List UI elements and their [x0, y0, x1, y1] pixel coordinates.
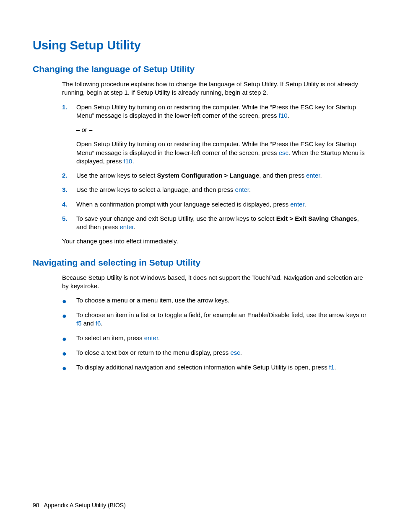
outro-paragraph: Your change goes into effect immediately…: [62, 237, 367, 245]
key-esc: esc: [230, 349, 240, 356]
bullet-icon: ●: [62, 363, 76, 372]
step-alt: Open Setup Utility by turning on or rest…: [76, 140, 367, 165]
step-number: 5.: [62, 214, 76, 232]
step-2: 2. Use the arrow keys to select System C…: [62, 171, 367, 180]
step-number: 3.: [62, 186, 76, 194]
step-text: Use the arrow keys to select System Conf…: [76, 171, 367, 180]
bullet-text: To choose an item in a list or to toggle…: [76, 311, 367, 328]
or-separator: – or –: [76, 126, 367, 134]
step-text: Open Setup Utility by turning on or rest…: [76, 103, 367, 166]
step-4: 4. When a confirmation prompt with your …: [62, 200, 367, 209]
bullet-text: To choose a menu or a menu item, use the…: [76, 296, 367, 305]
list-item: ● To close a text box or return to the m…: [62, 349, 367, 357]
step-text: Use the arrow keys to select a language,…: [76, 186, 367, 194]
page-footer: 98 Appendix A Setup Utility (BIOS): [33, 502, 126, 509]
key-enter: enter: [235, 186, 249, 193]
section-body-2: Because Setup Utility is not Windows bas…: [62, 274, 367, 372]
intro-paragraph-2: Because Setup Utility is not Windows bas…: [62, 274, 367, 291]
step-text: To save your change and exit Setup Utili…: [76, 214, 367, 232]
intro-paragraph: The following procedure explains how to …: [62, 80, 367, 97]
section-body-1: The following procedure explains how to …: [62, 80, 367, 246]
ordered-steps: 1. Open Setup Utility by turning on or r…: [62, 103, 367, 232]
bullet-text: To close a text box or return to the men…: [76, 349, 367, 357]
key-enter: enter: [290, 201, 304, 208]
bullet-icon: ●: [62, 296, 76, 305]
step-3: 3. Use the arrow keys to select a langua…: [62, 186, 367, 194]
key-f6: f6: [96, 320, 101, 327]
step-1: 1. Open Setup Utility by turning on or r…: [62, 103, 367, 166]
menu-path: Exit > Exit Saving Changes: [276, 215, 357, 222]
step-5: 5. To save your change and exit Setup Ut…: [62, 214, 367, 232]
page-title: Using Setup Utility: [33, 39, 367, 52]
document-page: Using Setup Utility Changing the languag…: [0, 0, 400, 399]
bullet-icon: ●: [62, 311, 76, 328]
section-heading-navigating: Navigating and selecting in Setup Utilit…: [33, 258, 367, 268]
key-f10: f10: [124, 158, 132, 165]
step-number: 1.: [62, 103, 76, 166]
bullet-text: To display additional navigation and sel…: [76, 363, 367, 372]
bullet-text: To select an item, press enter.: [76, 334, 367, 343]
key-enter: enter: [119, 223, 133, 230]
step-text: When a confirmation prompt with your lan…: [76, 200, 367, 209]
key-f5: f5: [76, 320, 82, 327]
page-number: 98: [33, 502, 39, 509]
bullet-icon: ●: [62, 349, 76, 357]
key-f1: f1: [329, 364, 335, 371]
section-navigating: Navigating and selecting in Setup Utilit…: [33, 258, 367, 372]
key-enter: enter: [144, 334, 158, 341]
bullet-list: ● To choose a menu or a menu item, use t…: [62, 296, 367, 372]
key-esc: esc: [279, 149, 288, 156]
list-item: ● To display additional navigation and s…: [62, 363, 367, 372]
list-item: ● To select an item, press enter.: [62, 334, 367, 343]
bullet-icon: ●: [62, 334, 76, 343]
list-item: ● To choose an item in a list or to togg…: [62, 311, 367, 328]
step-number: 4.: [62, 200, 76, 209]
key-enter: enter: [306, 172, 320, 179]
appendix-label: Appendix A Setup Utility (BIOS): [44, 502, 125, 509]
menu-path: System Configuration > Language: [157, 172, 260, 179]
key-f10: f10: [279, 112, 288, 119]
section-heading-language: Changing the language of Setup Utility: [33, 64, 367, 74]
step-number: 2.: [62, 171, 76, 180]
list-item: ● To choose a menu or a menu item, use t…: [62, 296, 367, 305]
